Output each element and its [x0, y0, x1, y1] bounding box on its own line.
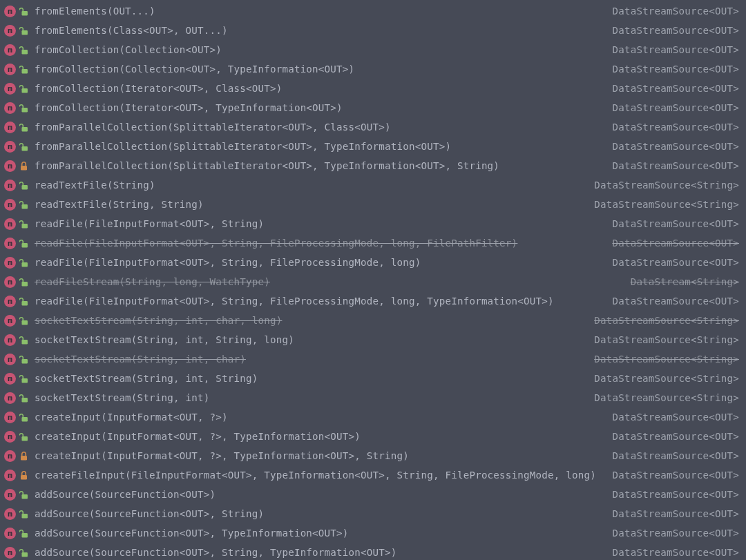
lock-open-icon [19, 394, 28, 403]
method-signature: fromCollection(Iterator<OUT>, Class<OUT>… [35, 83, 604, 94]
svg-rect-9 [22, 185, 28, 190]
lock-open-icon [19, 200, 28, 209]
completion-item[interactable]: mfromCollection(Iterator<OUT>, Class<OUT… [0, 79, 746, 98]
lock-open-icon [19, 374, 28, 383]
method-badge-icon: m [4, 315, 16, 327]
method-return-type: DataStreamSource<OUT> [612, 257, 739, 268]
completion-item[interactable]: msocketTextStream(String, int, String)Da… [0, 369, 746, 388]
method-badge-icon: m [4, 489, 16, 501]
item-icons: m [4, 218, 35, 230]
method-signature: readFileStream(String, long, WatchType) [35, 276, 622, 287]
item-icons: m [4, 257, 35, 269]
completion-item[interactable]: mreadFile(FileInputFormat<OUT>, String)D… [0, 214, 746, 233]
svg-rect-15 [22, 301, 28, 306]
method-return-type: DataStreamSource<OUT> [612, 470, 739, 481]
svg-rect-18 [22, 359, 28, 364]
method-return-type: DataStreamSource<OUT> [612, 450, 739, 461]
svg-rect-24 [21, 475, 27, 480]
completion-item[interactable]: maddSource(SourceFunction<OUT>, String, … [0, 543, 746, 560]
method-signature: fromElements(Class<OUT>, OUT...) [35, 25, 604, 36]
item-icons: m [4, 296, 35, 307]
completion-item[interactable]: msocketTextStream(String, int)DataStream… [0, 388, 746, 407]
svg-rect-10 [22, 204, 28, 209]
method-signature: createFileInput(FileInputFormat<OUT>, Ty… [35, 470, 604, 481]
completion-item[interactable]: mreadFile(FileInputFormat<OUT>, String, … [0, 233, 746, 253]
method-signature: socketTextStream(String, int, String) [35, 373, 586, 384]
svg-rect-21 [22, 417, 28, 422]
item-icons: m [4, 122, 35, 133]
completion-item[interactable]: mreadFileStream(String, long, WatchType)… [0, 272, 746, 291]
completion-item[interactable]: msocketTextStream(String, int, char, lon… [0, 311, 746, 330]
completion-item[interactable]: mfromCollection(Iterator<OUT>, TypeInfor… [0, 98, 746, 117]
method-return-type: DataStreamSource<OUT> [612, 160, 739, 171]
completion-item[interactable]: maddSource(SourceFunction<OUT>, TypeInfo… [0, 523, 746, 543]
completion-item[interactable]: mfromParallelCollection(SplittableIterat… [0, 156, 746, 175]
item-icons: m [4, 528, 35, 539]
completion-item[interactable]: mreadFile(FileInputFormat<OUT>, String, … [0, 253, 746, 272]
method-badge-icon: m [4, 373, 16, 385]
svg-rect-7 [22, 146, 28, 151]
method-return-type: DataStreamSource<OUT> [612, 25, 739, 36]
method-signature: readTextFile(String, String) [35, 199, 586, 210]
completion-item[interactable]: maddSource(SourceFunction<OUT>, String)D… [0, 504, 746, 523]
method-return-type: DataStreamSource<OUT> [612, 547, 739, 558]
lock-open-icon [19, 26, 28, 35]
lock-open-icon [19, 432, 28, 441]
method-badge-icon: m [4, 431, 16, 443]
svg-rect-4 [22, 88, 28, 93]
completion-item[interactable]: mcreateInput(InputFormat<OUT, ?>, TypeIn… [0, 427, 746, 446]
lock-open-icon [19, 65, 28, 74]
completion-item[interactable]: mcreateFileInput(FileInputFormat<OUT>, T… [0, 465, 746, 485]
completion-item[interactable]: msocketTextStream(String, int, char)Data… [0, 349, 746, 369]
svg-rect-8 [21, 166, 27, 171]
method-return-type: DataStreamSource<String> [594, 354, 739, 365]
completion-item[interactable]: mreadFile(FileInputFormat<OUT>, String, … [0, 291, 746, 311]
method-completion-list: mfromElements(OUT...)DataStreamSource<OU… [0, 0, 746, 560]
completion-item[interactable]: msocketTextStream(String, int, String, l… [0, 330, 746, 349]
svg-rect-28 [22, 552, 28, 557]
method-return-type: DataStreamSource<OUT> [612, 489, 739, 500]
method-signature: fromCollection(Collection<OUT>) [35, 44, 604, 55]
item-icons: m [4, 354, 35, 365]
completion-item[interactable]: mfromParallelCollection(SplittableIterat… [0, 117, 746, 137]
method-signature: socketTextStream(String, int, char, long… [35, 315, 586, 326]
method-signature: fromCollection(Collection<OUT>, TypeInfo… [35, 64, 604, 75]
completion-item[interactable]: mfromParallelCollection(SplittableIterat… [0, 137, 746, 156]
svg-rect-12 [22, 243, 28, 248]
completion-item[interactable]: mfromCollection(Collection<OUT>)DataStre… [0, 40, 746, 59]
lock-open-icon [19, 258, 28, 267]
method-signature: fromParallelCollection(SplittableIterato… [35, 122, 604, 133]
lock-open-icon [19, 490, 28, 499]
item-icons: m [4, 83, 35, 95]
method-badge-icon: m [4, 450, 16, 462]
item-icons: m [4, 547, 35, 559]
method-badge-icon: m [4, 276, 16, 288]
item-icons: m [4, 6, 35, 17]
item-icons: m [4, 238, 35, 249]
method-return-type: DataStreamSource<OUT> [612, 412, 739, 423]
method-return-type: DataStreamSource<String> [594, 180, 739, 191]
completion-item[interactable]: mreadTextFile(String, String)DataStreamS… [0, 195, 746, 214]
completion-item[interactable]: mfromElements(Class<OUT>, OUT...)DataStr… [0, 21, 746, 40]
completion-item[interactable]: maddSource(SourceFunction<OUT>)DataStrea… [0, 485, 746, 504]
completion-item[interactable]: mcreateInput(InputFormat<OUT, ?>, TypeIn… [0, 446, 746, 465]
method-signature: createInput(InputFormat<OUT, ?>, TypeInf… [35, 450, 604, 461]
method-return-type: DataStreamSource<OUT> [612, 102, 739, 113]
method-badge-icon: m [4, 392, 16, 404]
item-icons: m [4, 64, 35, 75]
lock-open-icon [19, 548, 28, 557]
item-icons: m [4, 508, 35, 520]
completion-item[interactable]: mfromCollection(Collection<OUT>, TypeInf… [0, 59, 746, 79]
method-signature: addSource(SourceFunction<OUT>, TypeInfor… [35, 528, 604, 539]
completion-item[interactable]: mfromElements(OUT...)DataStreamSource<OU… [0, 1, 746, 21]
svg-rect-27 [22, 533, 28, 538]
completion-item[interactable]: mreadTextFile(String)DataStreamSource<St… [0, 175, 746, 195]
method-signature: socketTextStream(String, int, char) [35, 354, 586, 365]
method-signature: createInput(InputFormat<OUT, ?>) [35, 412, 604, 423]
method-badge-icon: m [4, 218, 16, 230]
lock-open-icon [19, 84, 28, 93]
item-icons: m [4, 412, 35, 423]
method-signature: readFile(FileInputFormat<OUT>, String, F… [35, 238, 604, 249]
completion-item[interactable]: mcreateInput(InputFormat<OUT, ?>)DataStr… [0, 407, 746, 427]
method-return-type: DataStreamSource<OUT> [612, 83, 739, 94]
